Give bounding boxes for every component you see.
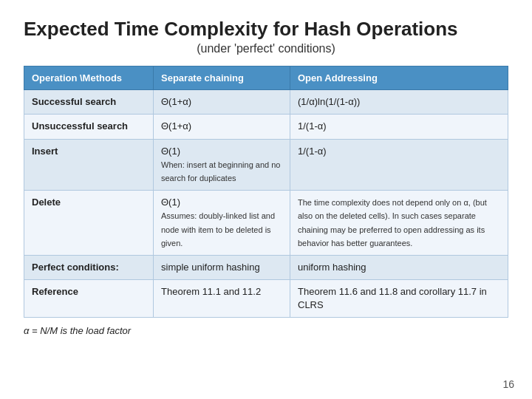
cell-separate-chaining: Θ(1+α) [154, 90, 290, 115]
table-row: Successful searchΘ(1+α)(1/α)ln(1/(1-α)) [24, 90, 508, 115]
header-separate-chaining: Separate chaining [154, 66, 290, 90]
cell-open-addressing: 1/(1-α) [290, 115, 508, 139]
page-subtitle: (under 'perfect' conditions) [24, 42, 508, 55]
cell-separate-chaining: Θ(1+α) [154, 115, 290, 139]
cell-separate-chaining: Theorem 11.1 and 11.2 [154, 280, 290, 318]
cell-separate-chaining: Θ(1)Assumes: doubly-linked list and node… [154, 191, 290, 256]
cell-operation: Unsuccessful search [24, 115, 154, 139]
table-row: DeleteΘ(1)Assumes: doubly-linked list an… [24, 191, 508, 256]
page-title: Expected Time Complexity for Hash Operat… [24, 18, 508, 41]
cell-open-addressing: (1/α)ln(1/(1-α)) [290, 90, 508, 115]
sep-main-value: Θ(1+α) [161, 96, 191, 107]
page-number: 16 [502, 378, 514, 390]
footer-note: α = N/M is the load factor [24, 325, 508, 336]
table-row: Unsuccessful searchΘ(1+α)1/(1-α) [24, 115, 508, 139]
table-row: InsertΘ(1)When: insert at beginning and … [24, 139, 508, 191]
page-container: Expected Time Complexity for Hash Operat… [0, 0, 532, 348]
cell-open-addressing: Theorem 11.6 and 11.8 and corollary 11.7… [290, 280, 508, 318]
cell-operation: Perfect conditions: [24, 255, 154, 279]
sep-sub-text: Assumes: doubly-linked list and node wit… [161, 211, 275, 247]
table-header-row: Operation \Methods Separate chaining Ope… [24, 66, 508, 90]
cell-separate-chaining: Θ(1)When: insert at beginning and no sea… [154, 139, 290, 191]
table-row: ReferenceTheorem 11.1 and 11.2Theorem 11… [24, 280, 508, 318]
open-main-value: 1/(1-α) [298, 146, 327, 157]
sep-main-value: Θ(1+α) [161, 120, 191, 132]
open-main-value: uniform hashing [298, 262, 366, 273]
open-main-value: 1/(1-α) [298, 120, 327, 132]
cell-open-addressing: uniform hashing [290, 255, 508, 279]
sep-sub-text: When: insert at beginning and no search … [161, 160, 280, 183]
cell-operation: Insert [24, 139, 154, 191]
cell-operation: Reference [24, 280, 154, 318]
open-main-value: Theorem 11.6 and 11.8 and corollary 11.7… [298, 286, 487, 310]
cell-operation: Successful search [24, 90, 154, 115]
complexity-table: Operation \Methods Separate chaining Ope… [24, 66, 508, 318]
cell-separate-chaining: simple uniform hashing [154, 255, 290, 279]
sep-main-value: simple uniform hashing [161, 262, 260, 273]
header-operation: Operation \Methods [24, 66, 154, 90]
cell-operation: Delete [24, 191, 154, 256]
sep-main-value: Theorem 11.1 and 11.2 [161, 286, 261, 297]
cell-open-addressing: The time complexity does not depend only… [290, 191, 508, 256]
sep-main-value: Θ(1) [161, 146, 180, 157]
table-row: Perfect conditions:simple uniform hashin… [24, 255, 508, 279]
open-sub-text: The time complexity does not depend only… [298, 198, 487, 248]
cell-open-addressing: 1/(1-α) [290, 139, 508, 191]
sep-main-value: Θ(1) [161, 197, 180, 208]
open-main-value: (1/α)ln(1/(1-α)) [298, 96, 360, 107]
header-open-addressing: Open Addressing [290, 66, 508, 90]
